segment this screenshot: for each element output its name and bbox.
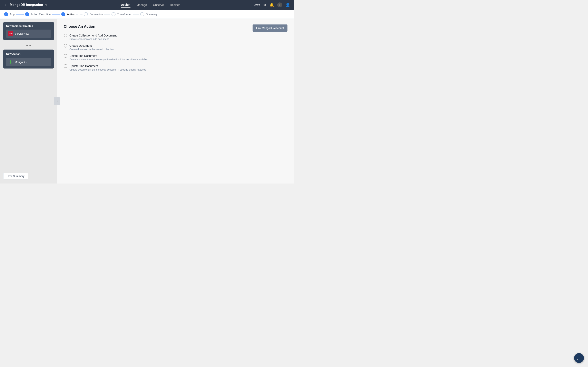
radio-update-document[interactable] (64, 64, 67, 68)
nav-right: Draft ⧉ 🔔 ? 👤 (254, 2, 290, 7)
mongodb-icon (8, 59, 13, 64)
edit-icon[interactable]: ✎ (45, 3, 48, 7)
connector-5 (133, 14, 139, 15)
radio-delete-document[interactable] (64, 54, 67, 58)
bell-icon[interactable]: 🔔 (269, 3, 274, 7)
action-card-title: New Action (6, 52, 20, 55)
sidebar: New Incident Created now ServiceNow ⌄⌄ N… (0, 19, 57, 184)
action-option-delete-document[interactable]: Delete The Document Delete document from… (64, 54, 287, 61)
trigger-card-item[interactable]: now ServiceNow (6, 30, 51, 38)
tab-design[interactable]: Design (121, 2, 130, 8)
step-connection[interactable]: Connection (84, 12, 103, 16)
step-app-label: App (10, 13, 15, 16)
step-action-execution-circle: ✓ (25, 12, 29, 16)
main-layout: New Incident Created now ServiceNow ⌄⌄ N… (0, 19, 294, 184)
connector-4 (104, 14, 110, 15)
action-option-update-document[interactable]: Update The Document Update document in t… (64, 64, 287, 71)
step-app[interactable]: ✓ App (4, 12, 15, 16)
action-option-create-document[interactable]: Create Document Create document in the n… (64, 44, 287, 51)
action-desc-create-collection: Create collection and add document (69, 38, 287, 41)
expand-arrow[interactable]: ⌄⌄ (3, 42, 54, 48)
app-title: MongoDB integration (10, 3, 43, 7)
draft-badge: Draft (254, 3, 260, 7)
step-summary-label: Summary (146, 13, 157, 16)
step-connection-circle (84, 12, 88, 16)
radio-create-document[interactable] (64, 44, 67, 48)
action-card: New Action ⋮ MongoDB (3, 50, 54, 68)
step-action-circle: ✓ (61, 12, 65, 16)
servicenow-label: ServiceNow (15, 32, 29, 35)
step-action[interactable]: ✓ Action (61, 12, 75, 16)
servicenow-icon: now (8, 31, 13, 36)
step-action-execution-label: Action Execution (31, 13, 51, 16)
back-button[interactable]: ← (4, 3, 8, 7)
tab-manage[interactable]: Manage (137, 2, 147, 7)
action-desc-create-document: Create document in the named collection. (69, 48, 287, 51)
step-app-circle: ✓ (4, 12, 8, 16)
step-transformer[interactable]: Transformer (112, 12, 131, 16)
connector-1 (16, 14, 24, 15)
action-label-delete-document: Delete The Document (69, 54, 97, 58)
connector-2 (52, 14, 60, 15)
action-desc-update-document: Update document in the mongodb collectio… (69, 68, 287, 71)
nav-left: ← MongoDB integration ✎ (4, 3, 48, 7)
action-option-create-collection[interactable]: Create Collection And Add Document Creat… (64, 34, 287, 41)
step-action-execution[interactable]: ✓ Action Execution (25, 12, 51, 16)
step-transformer-circle (112, 12, 116, 16)
step-summary-circle (140, 12, 144, 16)
action-card-item[interactable]: MongoDB (6, 58, 51, 66)
action-card-header: New Action ⋮ (6, 52, 51, 56)
radio-create-collection[interactable] (64, 34, 67, 37)
user-icon[interactable]: 👤 (285, 3, 290, 7)
tab-recipes[interactable]: Recipes (170, 2, 180, 7)
more-icon[interactable]: ⋮ (48, 52, 51, 56)
step-summary[interactable]: Summary (140, 12, 157, 16)
nav-tabs: Design Manage Observe Recipes (121, 2, 180, 8)
external-link-icon[interactable]: ⧉ (264, 3, 266, 7)
step-connection-label: Connection (89, 13, 103, 16)
mongodb-label: MongoDB (15, 60, 26, 64)
top-navigation: ← MongoDB integration ✎ Design Manage Ob… (0, 0, 294, 10)
link-mongodb-button[interactable]: Link MongoDB Account (252, 25, 287, 32)
step-bar: ✓ App ✓ Action Execution ✓ Action Connec… (0, 10, 294, 19)
help-icon[interactable]: ? (277, 2, 282, 7)
action-desc-delete-document: Delete document from the mongodb collect… (69, 58, 287, 61)
tab-observe[interactable]: Observe (153, 2, 164, 7)
flow-summary-button[interactable]: Flow Summary (3, 173, 28, 179)
step-transformer-label: Transformer (117, 13, 131, 16)
action-label-create-document: Create Document (69, 44, 92, 47)
connector-3 (76, 14, 82, 15)
content-area: Choose An Action Link MongoDB Account Cr… (57, 19, 294, 184)
action-label-update-document: Update The Document (69, 64, 98, 68)
action-label-create-collection: Create Collection And Add Document (69, 34, 117, 37)
collapse-handle[interactable]: ‹ (54, 97, 60, 105)
step-action-label: Action (67, 13, 75, 16)
collapse-icon: ‹ (57, 100, 58, 103)
trigger-card-title: New Incident Created (6, 25, 51, 27)
trigger-card: New Incident Created now ServiceNow (3, 22, 54, 40)
